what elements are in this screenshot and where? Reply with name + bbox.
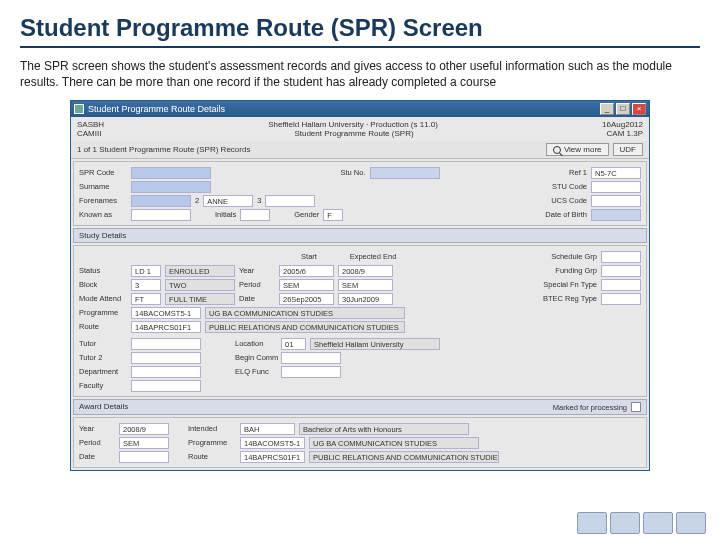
stu-code-field[interactable] (591, 181, 641, 193)
route-desc-field: PUBLIC RELATIONS AND COMMUNICATION STUDI… (205, 321, 405, 333)
forename1-field[interactable] (131, 195, 191, 207)
hdr-left2: CAMIII (77, 129, 101, 138)
gender-label: Gender (294, 210, 319, 219)
award-panel: Year 2008/9 Intended BAH Bachelor of Art… (73, 417, 647, 468)
faculty-field[interactable] (131, 380, 201, 392)
dob-field[interactable] (591, 209, 641, 221)
award-route-code-field[interactable]: 14BAPRCS01F1 (240, 451, 305, 463)
study-panel: Start Expected End Schedule Grp Status L… (73, 245, 647, 397)
thumb-1[interactable] (577, 512, 607, 534)
app-icon (74, 104, 84, 114)
page-title: Student Programme Route (SPR) Screen (20, 14, 700, 48)
stu-no-field[interactable] (370, 167, 440, 179)
dob-label: Date of Birth (545, 210, 587, 219)
intended-desc-field: Bachelor of Arts with Honours (299, 423, 469, 435)
hdr-right2: CAM 1.3P (607, 129, 643, 138)
period-end-field[interactable]: SEM (338, 279, 393, 291)
elq-field[interactable] (281, 366, 341, 378)
award-date-label: Date (79, 452, 115, 461)
begin-comm-field[interactable] (281, 352, 341, 364)
gender-field[interactable]: F (323, 209, 343, 221)
award-prog-label: Programme (188, 438, 236, 447)
award-date-field[interactable] (119, 451, 169, 463)
minimize-button[interactable]: _ (600, 103, 614, 115)
award-prog-code-field[interactable]: 14BACOMST5-1 (240, 437, 305, 449)
thumb-3[interactable] (643, 512, 673, 534)
tutor-field[interactable] (131, 338, 201, 350)
award-period-field[interactable]: SEM (119, 437, 169, 449)
forename2-label: 2 (195, 196, 199, 205)
forename3-field[interactable] (265, 195, 315, 207)
spr-window: Student Programme Route Details _ □ × SA… (70, 100, 650, 471)
award-hdr-label: Award Details (79, 402, 128, 412)
status-desc-field: ENROLLED (165, 265, 235, 277)
date-end-field[interactable]: 30Jun2009 (338, 293, 393, 305)
programme-desc-field: UG BA COMMUNICATION STUDIES (205, 307, 405, 319)
identity-panel: SPR Code Stu No. Ref 1 N5-7C Surname STU… (73, 161, 647, 226)
mode-code-field[interactable]: FT (131, 293, 161, 305)
mode-label: Mode Attend (79, 294, 127, 303)
search-icon (553, 146, 561, 154)
slide-thumbnails (577, 512, 706, 534)
hdr-left: SASBH (77, 120, 104, 129)
close-button[interactable]: × (632, 103, 646, 115)
maximize-button[interactable]: □ (616, 103, 630, 115)
year-end-field[interactable]: 2008/9 (338, 265, 393, 277)
surname-field[interactable] (131, 181, 211, 193)
surname-label: Surname (79, 182, 127, 191)
thumb-4[interactable] (676, 512, 706, 534)
mode-desc-field: FULL TIME (165, 293, 235, 305)
period-label: Period (239, 280, 275, 289)
tutor2-label: Tutor 2 (79, 353, 127, 362)
ucs-code-field[interactable] (591, 195, 641, 207)
programme-code-field[interactable]: 14BACOMST5-1 (131, 307, 201, 319)
year-start-field[interactable]: 2005/6 (279, 265, 334, 277)
special-fn-field[interactable] (601, 279, 641, 291)
record-nav-label: 1 of 1 Student Programme Route (SPR) Rec… (77, 145, 250, 154)
window-titlebar[interactable]: Student Programme Route Details _ □ × (71, 101, 649, 117)
ref1-label: Ref 1 (569, 168, 587, 177)
date-label: Date (239, 294, 275, 303)
initials-field[interactable] (240, 209, 270, 221)
award-year-field[interactable]: 2008/9 (119, 423, 169, 435)
department-field[interactable] (131, 366, 201, 378)
schedule-grp-label: Schedule Grp (551, 252, 597, 261)
tutor2-field[interactable] (131, 352, 201, 364)
marked-processing-label: Marked for processing (553, 403, 627, 412)
btec-label: BTEC Reg Type (543, 294, 597, 303)
window-title: Student Programme Route Details (88, 104, 600, 114)
marked-processing-checkbox[interactable] (631, 402, 641, 412)
toolbar: 1 of 1 Student Programme Route (SPR) Rec… (71, 141, 649, 159)
location-code-field[interactable]: 01 (281, 338, 306, 350)
known-as-label: Known as (79, 210, 127, 219)
study-details-header: Study Details (73, 228, 647, 243)
hdr-right: 16Aug2012 (602, 120, 643, 129)
intended-label: Intended (188, 424, 236, 433)
forename2-field[interactable]: ANNE (203, 195, 253, 207)
udf-button[interactable]: UDF (613, 143, 643, 156)
programme-label: Programme (79, 308, 127, 317)
award-prog-desc-field: UG BA COMMUNICATION STUDIES (309, 437, 479, 449)
status-code-field[interactable]: LD 1 (131, 265, 161, 277)
route-code-field[interactable]: 14BAPRCS01F1 (131, 321, 201, 333)
spr-code-field[interactable] (131, 167, 211, 179)
spr-code-label: SPR Code (79, 168, 127, 177)
block-code-field[interactable]: 3 (131, 279, 161, 291)
funding-grp-label: Funding Grp (555, 266, 597, 275)
period-start-field[interactable]: SEM (279, 279, 334, 291)
date-start-field[interactable]: 26Sep2005 (279, 293, 334, 305)
btec-field[interactable] (601, 293, 641, 305)
start-col-label: Start (279, 252, 339, 261)
view-more-label: View more (564, 145, 602, 154)
elq-label: ELQ Func (235, 367, 277, 376)
view-more-button[interactable]: View more (546, 143, 609, 156)
ref1-field[interactable]: N5-7C (591, 167, 641, 179)
known-as-field[interactable] (131, 209, 191, 221)
faculty-label: Faculty (79, 381, 127, 390)
intended-code-field[interactable]: BAH (240, 423, 295, 435)
schedule-grp-field[interactable] (601, 251, 641, 263)
award-route-desc-field: PUBLIC RELATIONS AND COMMUNICATION STUDI… (309, 451, 499, 463)
thumb-2[interactable] (610, 512, 640, 534)
funding-grp-field[interactable] (601, 265, 641, 277)
department-label: Department (79, 367, 127, 376)
